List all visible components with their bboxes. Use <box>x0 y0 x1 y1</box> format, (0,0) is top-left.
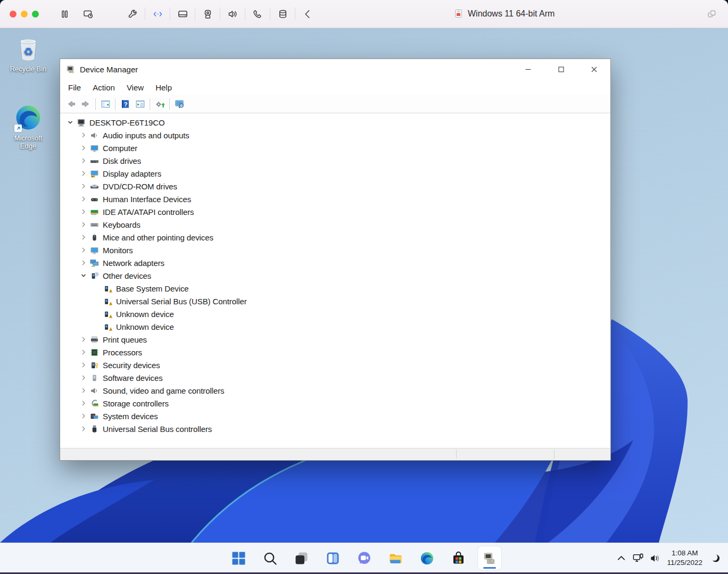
chevron-right-icon[interactable] <box>78 246 89 254</box>
device-manager-titlebar[interactable]: Device Manager <box>60 59 610 79</box>
back-icon[interactable] <box>296 5 319 22</box>
sound-icon[interactable] <box>221 5 244 22</box>
vm-toolbar: Windows 11 64-bit Arm <box>0 0 728 28</box>
chevron-right-icon[interactable] <box>78 373 89 382</box>
windows-desktop[interactable]: ♻Recycle BinMicrosoft Edge Device Manage… <box>0 28 728 543</box>
tree-item-system-devices[interactable]: System devices <box>60 410 610 422</box>
chevron-right-icon[interactable] <box>78 233 89 242</box>
chevron-right-icon[interactable] <box>78 335 89 344</box>
tray-chevron-up-icon[interactable] <box>613 547 630 569</box>
pause-icon[interactable] <box>53 5 76 22</box>
menu-action[interactable]: Action <box>87 81 121 94</box>
taskbar-edge-icon[interactable] <box>415 546 439 570</box>
call-icon[interactable] <box>246 5 269 22</box>
focus-assist-moon-icon[interactable] <box>707 547 724 569</box>
tree-item-sound-video-and-game-controllers[interactable]: Sound, video and game controllers <box>60 384 610 397</box>
menu-view[interactable]: View <box>121 81 150 94</box>
chevron-right-icon[interactable] <box>78 412 89 420</box>
close-button[interactable] <box>577 59 610 79</box>
hard-disk-icon[interactable] <box>171 5 194 22</box>
minimize-window-icon[interactable] <box>21 11 28 18</box>
chevron-right-icon[interactable] <box>78 156 89 165</box>
tree-item-storage-controllers[interactable]: Storage controllers <box>60 397 610 410</box>
tree-item-universal-serial-bus-usb-controller[interactable]: Universal Serial Bus (USB) Controller <box>60 295 610 307</box>
tree-item-human-interface-devices[interactable]: Human Interface Devices <box>60 193 610 205</box>
tree-item-desktop-e6t19co[interactable]: DESKTOP-E6T19CO <box>60 116 610 129</box>
copy-windows-icon[interactable] <box>705 6 719 21</box>
devices-view-button[interactable] <box>172 97 187 111</box>
tree-item-unknown-device[interactable]: Unknown device <box>60 307 610 320</box>
minimize-button[interactable] <box>511 59 544 79</box>
chevron-down-icon[interactable] <box>64 118 76 127</box>
tree-item-security-devices[interactable]: Security devices <box>60 359 610 371</box>
maximize-button[interactable] <box>544 59 577 79</box>
forward-button[interactable] <box>78 97 93 111</box>
tree-item-print-queues[interactable]: Print queues <box>60 333 610 346</box>
tree-item-software-devices[interactable]: Software devices <box>60 371 610 384</box>
taskbar-device-manager-icon[interactable] <box>478 546 501 570</box>
tree-item-display-adapters[interactable]: Display adapters <box>60 167 610 180</box>
virtual-disks-icon[interactable] <box>271 5 294 22</box>
tree-item-network-adapters[interactable]: Network adapters <box>60 256 610 269</box>
taskbar-task-view-icon[interactable] <box>289 546 313 570</box>
chevron-right-icon[interactable] <box>78 169 89 178</box>
chevron-down-icon[interactable] <box>78 271 89 280</box>
desktop-icon-recycle-bin[interactable]: ♻Recycle Bin <box>7 33 49 73</box>
tree-item-audio-inputs-and-outputs[interactable]: Audio inputs and outputs <box>60 129 610 142</box>
menu-help[interactable]: Help <box>150 81 178 94</box>
zoom-window-icon[interactable] <box>32 11 39 18</box>
chevron-right-icon[interactable] <box>78 131 89 139</box>
tree-item-label: IDE ATA/ATAPI controllers <box>103 207 194 217</box>
tree-item-computer[interactable]: Computer <box>60 142 610 154</box>
audio-inputs-icon <box>89 131 99 140</box>
show-console-tree-button[interactable] <box>98 97 113 111</box>
scan-hardware-changes-button[interactable] <box>152 97 167 111</box>
tree-item-ide-ata-atapi-controllers[interactable]: IDE ATA/ATAPI controllers <box>60 205 610 218</box>
tree-item-processors[interactable]: Processors <box>60 346 610 359</box>
chevron-placeholder <box>91 310 103 318</box>
properties-button[interactable] <box>133 97 147 111</box>
chevron-right-icon[interactable] <box>78 361 89 369</box>
tree-item-monitors[interactable]: Monitors <box>60 244 610 256</box>
chevron-right-icon[interactable] <box>78 182 89 190</box>
tree-item-base-system-device[interactable]: Base System Device <box>60 282 610 295</box>
tree-item-unknown-device[interactable]: Unknown device <box>60 320 610 333</box>
chevron-right-icon[interactable] <box>78 348 89 356</box>
snapshots-icon[interactable] <box>76 5 100 22</box>
tree-item-disk-drives[interactable]: Disk drives <box>60 154 610 167</box>
back-button[interactable] <box>63 97 78 111</box>
tree-item-dvd-cd-rom-drives[interactable]: DVD/CD-ROM drives <box>60 180 610 193</box>
chevron-right-icon[interactable] <box>78 425 89 433</box>
code-icon[interactable] <box>146 5 169 22</box>
taskbar-widgets-icon[interactable] <box>321 546 344 570</box>
chevron-right-icon[interactable] <box>78 195 89 203</box>
taskbar-start-icon[interactable] <box>227 546 250 570</box>
tree-item-label: Other devices <box>103 271 151 280</box>
close-window-icon[interactable] <box>10 11 16 18</box>
sound-controllers-icon <box>89 386 99 395</box>
chevron-right-icon[interactable] <box>78 259 89 267</box>
taskbar-file-explorer-icon[interactable] <box>384 546 407 570</box>
tree-item-universal-serial-bus-controllers[interactable]: Universal Serial Bus controllers <box>60 422 610 435</box>
network-icon[interactable] <box>630 547 647 569</box>
menu-file[interactable]: File <box>62 81 87 94</box>
taskbar-store-icon[interactable] <box>446 546 470 570</box>
settings-wrench-icon[interactable] <box>121 5 144 22</box>
device-manager-menubar: FileActionViewHelp <box>60 79 610 95</box>
taskbar-clock[interactable]: 1:08 AM 11/25/2022 <box>667 548 702 568</box>
taskbar-search-icon[interactable] <box>258 546 282 570</box>
tree-item-mice-and-other-pointing-devices[interactable]: Mice and other pointing devices <box>60 231 610 244</box>
chevron-right-icon[interactable] <box>78 220 89 229</box>
tree-item-other-devices[interactable]: ?Other devices <box>60 269 610 282</box>
chevron-right-icon[interactable] <box>78 399 89 407</box>
help-button[interactable]: ? <box>118 97 133 111</box>
camera-icon[interactable] <box>196 5 219 22</box>
taskbar-chat-icon[interactable] <box>352 546 376 570</box>
chevron-right-icon[interactable] <box>78 207 89 216</box>
volume-icon[interactable] <box>647 547 664 569</box>
chevron-right-icon[interactable] <box>78 144 89 152</box>
desktop-icon-microsoft-edge[interactable]: Microsoft Edge <box>7 102 49 151</box>
device-tree: DESKTOP-E6T19COAudio inputs and outputsC… <box>60 113 610 448</box>
tree-item-keyboards[interactable]: Keyboards <box>60 218 610 231</box>
chevron-right-icon[interactable] <box>78 386 89 395</box>
